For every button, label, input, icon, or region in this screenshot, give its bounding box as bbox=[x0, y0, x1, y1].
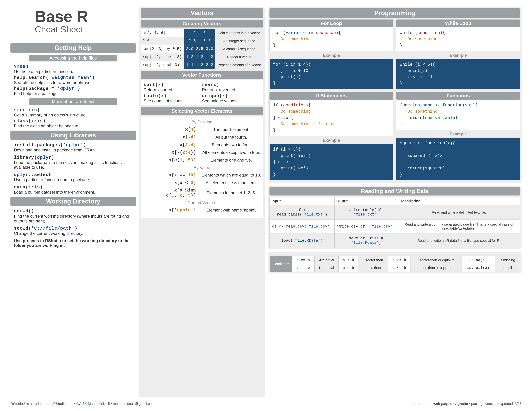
selecting-vector-header: Selecting Vector Elements bbox=[141, 107, 263, 115]
table-cell: a > b bbox=[339, 256, 358, 264]
table-cell: seq(2, 3, by=0.5) bbox=[141, 45, 184, 53]
rstudio-tip: Use projects in RStudio to set the worki… bbox=[14, 238, 132, 248]
str-desc: Get a summary of an object's structure. bbox=[14, 113, 132, 117]
by-position-label: By Position bbox=[141, 120, 263, 124]
for-loop-header: For Loop bbox=[269, 19, 393, 27]
sort-code: sort(x) bbox=[144, 82, 202, 87]
footer-license-link[interactable]: CC BY bbox=[76, 402, 87, 406]
rev-code: rev(x) bbox=[202, 82, 260, 87]
sel-desc: All elements less than zero. bbox=[200, 180, 263, 185]
io-header: Reading and Writing Data bbox=[269, 187, 520, 195]
table-cell: Less than bbox=[358, 264, 388, 272]
table-cell: rep(1:2, times=3) bbox=[141, 53, 184, 61]
sel-desc: Elements one and fve. bbox=[200, 158, 263, 162]
table-cell: 2:6 bbox=[141, 37, 184, 45]
table-cell: a <= b bbox=[388, 264, 410, 272]
data-code: data(iris) bbox=[14, 184, 132, 190]
io-th-input: Input bbox=[270, 197, 335, 205]
table-cell: is.na(a) bbox=[462, 256, 495, 264]
if-template: if (condition){ Do something } else { Do… bbox=[269, 100, 393, 136]
table-cell: df <- read.csv('file.csv') bbox=[270, 220, 335, 233]
table-cell: a < b bbox=[339, 264, 358, 272]
sel-code: x[4] bbox=[141, 127, 200, 132]
for-loop-example: for (i in 1:4){ j <- i + 10 print(j) } bbox=[269, 59, 393, 89]
setwd-code: setwd('C://file/path') bbox=[14, 226, 132, 231]
vector-functions-box: sort(x) Return x sorted. table(x) See co… bbox=[141, 80, 263, 105]
sel-code: x[2:4] bbox=[141, 142, 200, 147]
using-libraries-header: Using Libraries bbox=[10, 131, 136, 140]
while-loop-template: while (condition){ Do something } bbox=[396, 27, 520, 51]
install-packages-code: install.packages('dplyr') bbox=[14, 142, 132, 148]
namespace-desc: Use a particular function from a package… bbox=[14, 177, 132, 182]
library-code: library(dplyr) bbox=[14, 155, 132, 160]
table-cell: Not equal bbox=[314, 264, 339, 272]
help-question-desc: Get help of a particular function. bbox=[14, 69, 132, 74]
table-code: table(x) bbox=[144, 93, 202, 98]
data-desc: Load a built-in dataset into the environ… bbox=[14, 190, 132, 195]
io-th-desc: Description bbox=[398, 197, 520, 205]
footer-left: RStudio® is a trademark of RStudio, Inc.… bbox=[10, 402, 155, 406]
help-package-desc: Find help for a package. bbox=[14, 91, 132, 96]
vectors-header: Vectors bbox=[141, 8, 263, 18]
sort-desc: Return x sorted. bbox=[144, 87, 202, 92]
conditions-table: a == bAre equal a > bGreater than a >= b… bbox=[292, 256, 520, 272]
creating-vectors-header: Creating Vectors bbox=[141, 20, 263, 28]
help-search-code: help.search('weighted mean') bbox=[14, 75, 132, 80]
unique-code: unique(x) bbox=[202, 93, 260, 98]
working-directory-header: Working Directory bbox=[10, 197, 136, 206]
setwd-desc: Change the current working directory. bbox=[14, 231, 132, 236]
getwd-desc: Find the current working directory (wher… bbox=[14, 214, 132, 223]
table-cell: Repeat elements of a vector bbox=[215, 61, 263, 69]
for-example-label: Example bbox=[269, 53, 393, 58]
class-desc: Find the class an object belongs to. bbox=[14, 124, 132, 128]
table-cell: a == b bbox=[292, 256, 314, 264]
table-cell: 2 4 6 bbox=[184, 29, 215, 37]
table-cell: A complex sequence bbox=[215, 45, 263, 53]
install-packages-desc: Download and install a package from CRAN… bbox=[14, 148, 132, 153]
sel-desc: Elements which are equal to 10. bbox=[200, 173, 263, 178]
table-cell: save(df, file = 'file.Rdata') bbox=[335, 233, 398, 248]
table-cell: a != b bbox=[292, 264, 314, 272]
table-cell: Greater than bbox=[358, 256, 388, 264]
table-cell: An integer sequence bbox=[215, 37, 263, 45]
table-cell: Is missing bbox=[495, 256, 520, 264]
conditions-label: Conditions bbox=[270, 256, 292, 272]
sel-code: x[-(2:4)] bbox=[141, 150, 200, 155]
footer-right: Learn more at web page or vignette • pac… bbox=[411, 402, 522, 406]
table-cell: 1 2 1 2 1 2 bbox=[184, 53, 215, 61]
help-search-desc: Search the help files for a word or phra… bbox=[14, 80, 132, 85]
table-cell: Join elements into a vector bbox=[215, 29, 263, 37]
page-title: Base R bbox=[35, 9, 136, 24]
while-example-label: Example bbox=[396, 53, 520, 58]
sel-desc: Elements two to four. bbox=[200, 142, 263, 147]
help-question-code: ?mean bbox=[14, 64, 132, 69]
table-cell: Are equal bbox=[314, 256, 339, 264]
table-cell: c(2, 4, 6) bbox=[141, 29, 184, 37]
if-example-label: Example bbox=[269, 138, 393, 143]
functions-header: Functions bbox=[396, 92, 520, 100]
namespace-code: dplyr::select bbox=[14, 172, 132, 177]
unique-desc: See unique values. bbox=[202, 98, 260, 103]
class-code: class(iris) bbox=[14, 118, 132, 124]
by-value-label: By Value bbox=[141, 165, 263, 170]
table-cell: 2.0 2.5 3.0 bbox=[184, 45, 215, 53]
sel-code: x[x %in% c(1, 2, 5)] bbox=[141, 188, 200, 198]
table-cell: load('file.RData') bbox=[270, 233, 335, 248]
sel-code: x[x < 0] bbox=[141, 180, 200, 185]
sel-desc: Elements in the set 1, 2, 5. bbox=[200, 191, 263, 195]
function-example: square <- function(x){ squared <- x*x re… bbox=[396, 137, 520, 180]
table-cell: Read and write a delimited text file. bbox=[398, 205, 520, 220]
if-statements-header: If Statements bbox=[269, 92, 393, 100]
sel-code: x[-4] bbox=[141, 134, 200, 140]
io-table: Input Ouput Description df <- read.table… bbox=[269, 197, 520, 248]
table-cell: a >= b bbox=[388, 256, 410, 264]
rev-desc: Return x reversed. bbox=[202, 87, 260, 92]
table-cell: write.csv(df, 'file.csv') bbox=[335, 220, 398, 233]
sel-desc: All but the fourth. bbox=[200, 135, 263, 140]
while-loop-header: While Loop bbox=[396, 19, 520, 27]
str-code: str(iris) bbox=[14, 107, 132, 113]
table-cell: rep(1:2, each=3) bbox=[141, 61, 184, 69]
table-cell: write.table(df, 'file.txt') bbox=[335, 205, 398, 220]
help-package-code: help(package = 'dplyr') bbox=[14, 86, 132, 91]
vector-functions-header: Vector Functions bbox=[141, 71, 263, 79]
